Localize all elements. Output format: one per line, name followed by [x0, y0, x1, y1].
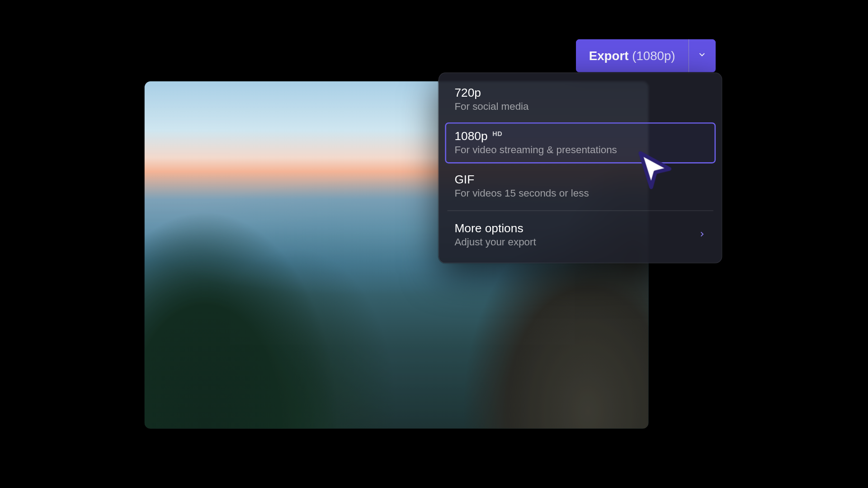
export-button-label: Export: [589, 49, 629, 63]
export-button-resolution: (1080p): [632, 49, 675, 63]
option-title: 1080p: [454, 130, 487, 143]
chevron-right-icon: [698, 230, 706, 240]
more-options-row[interactable]: More options Adjust your export: [445, 215, 716, 257]
export-options-dropdown: 720p For social media 1080p HD For video…: [439, 72, 722, 263]
export-option-gif[interactable]: GIF For videos 15 seconds or less: [445, 166, 716, 207]
export-dropdown-toggle[interactable]: [688, 39, 716, 73]
chevron-down-icon: [698, 50, 707, 61]
more-options-subtitle: Adjust your export: [454, 237, 536, 249]
option-title: 720p: [454, 86, 481, 100]
option-subtitle: For video streaming & presentations: [454, 145, 706, 156]
hd-badge: HD: [492, 130, 502, 138]
export-split-button: Export (1080p): [576, 39, 716, 73]
export-option-1080p[interactable]: 1080p HD For video streaming & presentat…: [445, 122, 716, 164]
export-button[interactable]: Export (1080p): [576, 39, 689, 73]
option-subtitle: For social media: [454, 101, 706, 113]
option-title: GIF: [454, 173, 474, 187]
export-option-720p[interactable]: 720p For social media: [445, 79, 716, 120]
option-subtitle: For videos 15 seconds or less: [454, 188, 706, 200]
divider: [448, 211, 713, 211]
more-options-title: More options: [454, 222, 536, 235]
